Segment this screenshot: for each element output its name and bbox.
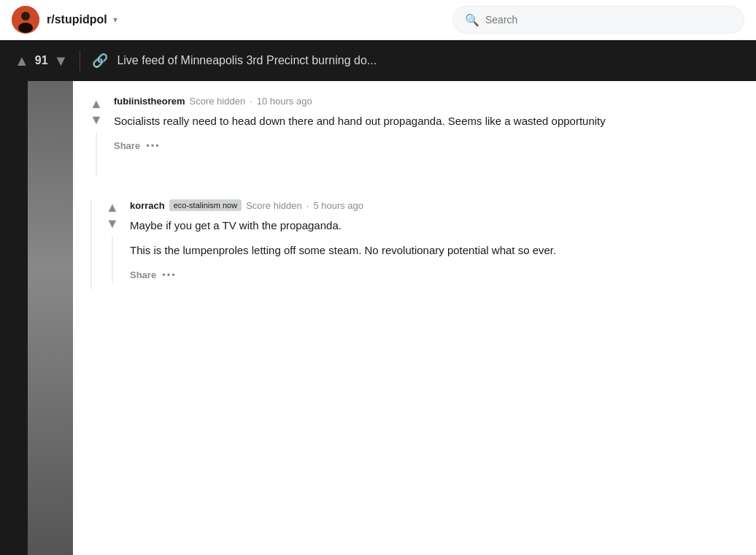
- comment-1-thread-line: [96, 132, 97, 176]
- comment-1-downvote[interactable]: ▼: [90, 113, 103, 126]
- comment-2-more-button[interactable]: •••: [162, 269, 177, 280]
- post-downvote-button[interactable]: ▼: [54, 53, 69, 69]
- link-icon: 🔗: [92, 53, 108, 69]
- comment-2-meta: korrach eco-stalinism now Score hidden ·…: [130, 199, 741, 211]
- comment-2-share-button[interactable]: Share: [130, 267, 156, 283]
- subreddit-avatar: [12, 6, 39, 34]
- comment-2-upvote[interactable]: ▲: [106, 201, 119, 214]
- comment-2-downvote[interactable]: ▼: [106, 217, 119, 230]
- comment-2-paragraph-1: Maybe if you get a TV with the propagand…: [130, 217, 741, 234]
- comment-1-text: Socialists really need to head down ther…: [114, 112, 741, 130]
- subreddit-label[interactable]: r/stupidpol: [47, 13, 107, 26]
- comment-1-vote-col: ▲ ▼: [85, 96, 108, 176]
- comment-1-paragraph-1: Socialists really need to head down ther…: [114, 112, 741, 130]
- comment-1-author[interactable]: fubiinistheorem: [114, 96, 185, 107]
- comment-1-upvote[interactable]: ▲: [90, 97, 103, 110]
- svg-point-2: [18, 23, 33, 33]
- search-input[interactable]: [485, 14, 732, 26]
- comment-2-text: Maybe if you get a TV with the propagand…: [130, 217, 741, 259]
- header: r/stupidpol ▾ 🔍: [0, 0, 756, 40]
- comment-2-thread-line: [112, 236, 113, 283]
- left-sidebar: [0, 81, 28, 555]
- post-bar-divider: [80, 50, 80, 71]
- search-icon: 🔍: [465, 13, 479, 27]
- search-bar[interactable]: 🔍: [452, 6, 744, 34]
- thumbnail-image: [28, 81, 73, 555]
- comment-row: ▲ ▼ fubiinistheorem Score hidden · 10 ho…: [85, 96, 741, 182]
- comment-1-dot: ·: [250, 96, 252, 107]
- comment-1-share-button[interactable]: Share: [114, 137, 140, 154]
- comments-section: ▲ ▼ fubiinistheorem Score hidden · 10 ho…: [73, 81, 756, 555]
- comment-2-author[interactable]: korrach: [130, 200, 165, 211]
- comment-1-actions: Share •••: [114, 137, 741, 154]
- comment-2-flair: eco-stalinism now: [169, 199, 242, 211]
- content-area: ▲ ▼ fubiinistheorem Score hidden · 10 ho…: [0, 81, 756, 555]
- post-title[interactable]: Live feed of Minneapolis 3rd Precinct bu…: [117, 54, 377, 67]
- comment-1-meta: fubiinistheorem Score hidden · 10 hours …: [114, 96, 741, 107]
- comment-1-score: Score hidden: [190, 96, 246, 107]
- comment-1-body: fubiinistheorem Score hidden · 10 hours …: [108, 96, 741, 176]
- post-bar: ▲ 91 ▼ 🔗 Live feed of Minneapolis 3rd Pr…: [0, 40, 756, 81]
- comment-1-time: 10 hours ago: [257, 96, 312, 107]
- comment-2-row: ▲ ▼ korrach eco-stalinism now Score hidd…: [101, 199, 741, 289]
- comment-2-vote-col: ▲ ▼: [101, 199, 124, 283]
- comment-2-nested: ▲ ▼ korrach eco-stalinism now Score hidd…: [90, 199, 741, 289]
- post-vote-count: 91: [35, 54, 48, 67]
- dropdown-icon[interactable]: ▾: [113, 15, 117, 25]
- comment-2-body: korrach eco-stalinism now Score hidden ·…: [124, 199, 741, 283]
- comment-2-score: Score hidden: [246, 200, 302, 211]
- post-vote-section: ▲ 91 ▼: [15, 53, 68, 69]
- comment-2-paragraph-2: This is the lumpenproles letting off som…: [130, 242, 741, 259]
- svg-point-1: [21, 12, 30, 20]
- comment-2-dot: ·: [306, 200, 309, 211]
- comment-2-actions: Share •••: [130, 267, 741, 283]
- comment-2-time: 5 hours ago: [313, 200, 363, 211]
- thumbnail-col: [28, 81, 73, 555]
- post-upvote-button[interactable]: ▲: [15, 53, 29, 69]
- comment-1-more-button[interactable]: •••: [146, 140, 161, 151]
